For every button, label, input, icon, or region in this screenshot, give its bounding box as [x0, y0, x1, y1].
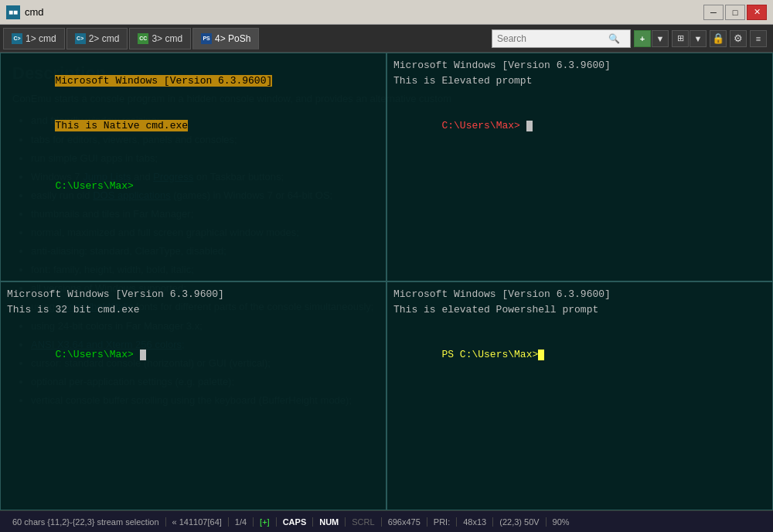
close-button[interactable]: ✕: [747, 5, 767, 20]
cursor: [140, 350, 146, 360]
tab-4-icon: PS: [201, 33, 212, 44]
console-line: This is 32 bit cmd.exe: [7, 302, 380, 318]
status-zoom: 90%: [547, 517, 576, 527]
status-num: NUM: [313, 517, 346, 527]
tab-bar: C> 1> cmd C> 2> cmd CC 3> cmd PS 4> PoSh…: [0, 25, 773, 53]
add-tab-button[interactable]: +: [634, 30, 651, 47]
status-font: 48x13: [457, 517, 493, 527]
console-line: C:\Users\Max>: [7, 164, 380, 210]
tab-4[interactable]: PS 4> PoSh: [192, 28, 259, 49]
prompt: C:\Users\Max>: [55, 180, 133, 192]
toolbar: 🔍 + ▼ ⊞ ▼ 🔒 ⚙ ≡: [261, 29, 770, 48]
status-plus: [+]: [254, 517, 277, 527]
cursor: [526, 121, 533, 131]
tab-3[interactable]: CC 3> cmd: [129, 28, 191, 49]
minimize-button[interactable]: ─: [703, 5, 724, 20]
title-bar: ■■ cmd ─ □ ✕: [0, 0, 773, 25]
prompt: C:\Users\Max>: [55, 349, 139, 360]
view-buttons: ⊞ ▼: [672, 30, 707, 47]
prompt: C:\Users\Max>: [441, 120, 526, 131]
cursor: [538, 350, 544, 360]
status-caps: CAPS: [277, 517, 314, 527]
view-dropdown-button[interactable]: ▼: [690, 30, 707, 47]
console-panel-2[interactable]: Microsoft Windows [Version 6.3.9600] Thi…: [386, 53, 773, 281]
search-icon[interactable]: 🔍: [608, 33, 620, 44]
menu-button[interactable]: ≡: [750, 30, 767, 47]
tab-1[interactable]: C> 1> cmd: [3, 28, 65, 49]
tab-3-label: 3> cmd: [152, 33, 182, 44]
dropdown-button[interactable]: ▼: [652, 30, 669, 47]
console-line: C:\Users\Max>: [7, 332, 380, 378]
console-line: This is Native cmd.exe: [7, 104, 380, 149]
status-pri: PRI:: [427, 517, 457, 527]
tab-2-icon: C>: [75, 33, 86, 44]
status-marker: « 141107[64]: [166, 517, 229, 527]
status-selection: 60 chars {11,2}-{22,3} stream selection: [6, 517, 166, 527]
ps-prompt: PS C:\Users\Max>: [441, 349, 538, 360]
console-line: Microsoft Windows [Version 6.3.9600]: [393, 287, 766, 302]
console-line: Microsoft Windows [Version 6.3.9600]: [7, 58, 380, 104]
tab-1-icon: C>: [12, 33, 22, 44]
lock-button[interactable]: 🔒: [710, 30, 727, 47]
toolbar-buttons: + ▼: [634, 30, 669, 47]
window-title: cmd: [25, 6, 44, 18]
selected-text: Microsoft Windows [Version 6.3.9600]: [55, 75, 272, 87]
console-panel-4[interactable]: Microsoft Windows [Version 6.3.9600] Thi…: [386, 281, 773, 510]
status-scrl: SCRL: [346, 517, 381, 527]
console-panel-1[interactable]: Microsoft Windows [Version 6.3.9600] Thi…: [0, 53, 386, 281]
console-line: This is Elevated prompt: [393, 73, 766, 89]
console-line: [393, 317, 766, 332]
search-box[interactable]: 🔍: [492, 29, 631, 48]
maximize-button[interactable]: □: [725, 5, 745, 20]
tab-2-label: 2> cmd: [89, 33, 120, 44]
status-position: 1/4: [229, 517, 254, 527]
tab-4-label: 4> PoSh: [215, 33, 250, 44]
console-line: This is elevated Powershell prompt: [393, 302, 766, 318]
search-input[interactable]: [497, 33, 605, 44]
tab-2[interactable]: C> 2> cmd: [66, 28, 128, 49]
status-resolution: 696x475: [382, 517, 427, 527]
window-controls: ─ □ ✕: [703, 5, 767, 20]
console-line: [393, 88, 766, 104]
tab-1-label: 1> cmd: [26, 33, 56, 44]
console-line: Microsoft Windows [Version 6.3.9600]: [393, 58, 766, 73]
console-panels: Microsoft Windows [Version 6.3.9600] Thi…: [0, 53, 773, 510]
console-line: [7, 148, 380, 164]
console-panel-3[interactable]: Microsoft Windows [Version 6.3.9600] Thi…: [0, 281, 386, 510]
selected-text: This is Native cmd.exe: [55, 120, 188, 131]
console-line: [7, 317, 380, 332]
status-bar: 60 chars {11,2}-{22,3} stream selection …: [0, 510, 773, 532]
settings-button[interactable]: ⚙: [730, 30, 747, 47]
console-line: C:\Users\Max>: [393, 104, 766, 149]
status-coord: (22,3) 50V: [493, 517, 546, 527]
split-view-button[interactable]: ⊞: [672, 30, 689, 47]
app-icon: ■■: [6, 5, 20, 19]
tab-3-icon: CC: [138, 33, 148, 44]
console-line: PS C:\Users\Max>: [393, 332, 766, 378]
main-area: Description ConEmu starts a console prog…: [0, 53, 773, 510]
console-line: Microsoft Windows [Version 6.3.9600]: [7, 287, 380, 302]
